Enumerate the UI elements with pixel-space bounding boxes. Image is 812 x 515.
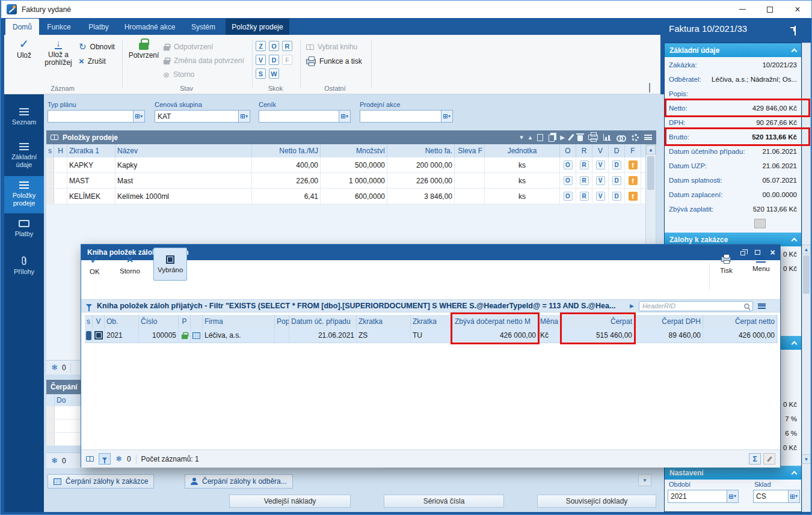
tab-polozky-prodeje[interactable]: Položky prodeje — [226, 19, 289, 35]
collapse-ribbon-icon[interactable] — [649, 84, 650, 93]
cancel-button[interactable]: × Zrušit — [79, 55, 106, 67]
scrollbar-thumb[interactable] — [803, 255, 810, 294]
flag-f-icon[interactable]: f — [629, 176, 638, 185]
change-confirm-date-button[interactable]: Změna data potvrzení — [163, 55, 244, 67]
jump-d-button[interactable]: D — [269, 55, 279, 65]
scroll-down-button[interactable]: ▼ — [638, 474, 651, 486]
unconfirm-button[interactable]: Odpotvrzení — [163, 41, 213, 53]
flag-f-icon[interactable]: f — [629, 192, 638, 201]
jump-s-button[interactable]: S — [256, 69, 266, 79]
delete-trash-icon[interactable] — [577, 135, 583, 141]
caret-down-icon[interactable]: ▾ — [520, 133, 523, 141]
flag-r-icon[interactable]: R — [580, 192, 589, 201]
caret-up-icon[interactable]: ▴ — [529, 133, 532, 141]
jump-z-button[interactable]: Z — [256, 41, 266, 51]
new-document-icon[interactable] — [537, 134, 543, 141]
save-and-view-button[interactable]: ↓ Ulož a prohlížej — [40, 35, 76, 67]
prodejni-akce-combo[interactable] — [360, 110, 453, 123]
expand-panel-icon[interactable] — [795, 26, 796, 35]
obdobi-combo[interactable]: 2021 — [668, 490, 739, 503]
typ-planu-combo[interactable] — [48, 110, 145, 123]
refresh-button[interactable]: ↻ Obnovit — [79, 41, 115, 53]
search-binoculars-icon[interactable] — [617, 135, 626, 141]
flag-v-icon[interactable]: V — [596, 176, 605, 185]
scrollbar-thumb[interactable] — [647, 156, 654, 190]
ok-button[interactable]: ✓ OK — [86, 248, 103, 281]
sidebar-item-polozky-prodeje[interactable]: Položky prodeje — [4, 176, 44, 213]
frozen-rows-icon[interactable]: ❄ — [51, 364, 58, 371]
maximize-button[interactable] — [756, 1, 784, 18]
sidebar-item-prilohy[interactable]: Přílohy — [4, 251, 44, 287]
frozen-rows-icon[interactable]: ❄ — [115, 455, 122, 463]
tab-domu[interactable]: Domů — [5, 19, 39, 35]
tab-hromadne-akce[interactable]: Hromadné akce — [118, 19, 181, 35]
combo-dropdown-icon[interactable] — [441, 111, 452, 122]
jump-o-button[interactable]: O — [269, 41, 279, 51]
print-icon[interactable] — [588, 135, 598, 140]
filter-toggle-button[interactable] — [99, 453, 111, 465]
cerpani-zalohy-zakazka-button[interactable]: Čerpání zálohy k zakázce — [48, 474, 154, 489]
flag-r-icon[interactable]: R — [580, 160, 589, 169]
copy-document-icon[interactable] — [549, 135, 555, 142]
frozen-rows-icon[interactable]: ❄ — [51, 457, 58, 465]
vybrano-toggle-button[interactable]: Vybráno — [153, 248, 187, 281]
detail-icon[interactable]: ▶ — [560, 134, 565, 141]
seriova-cisla-button[interactable]: Sériová čísla — [384, 495, 504, 508]
sidebar-item-zakladni-udaje[interactable]: Základní údaje — [4, 138, 44, 175]
scroll-up-icon[interactable]: ▲ — [646, 145, 656, 154]
filter-funnel-icon[interactable] — [86, 304, 92, 308]
jump-w-button[interactable]: W — [269, 69, 279, 79]
flag-v-icon[interactable]: V — [596, 192, 605, 201]
scroll-up-icon[interactable]: ▲ — [802, 245, 811, 254]
gear-icon[interactable] — [632, 134, 639, 141]
storno-button[interactable]: × Storno — [116, 248, 144, 281]
jump-f-button[interactable]: F — [282, 55, 292, 65]
section-header-nastaveni[interactable]: Nastavení — [665, 466, 801, 480]
expand-filter-icon[interactable]: ▶ — [630, 303, 634, 309]
search-box[interactable] — [639, 301, 753, 311]
combo-dropdown-icon[interactable] — [788, 490, 799, 502]
filter-menu-icon[interactable] — [758, 303, 766, 309]
sklad-combo[interactable]: CS — [753, 490, 800, 503]
storno-button[interactable]: ⊗ Storno — [163, 69, 194, 81]
functions-print-button[interactable]: Funkce a tisk — [306, 55, 362, 67]
cenik-combo[interactable] — [259, 110, 351, 123]
cerpani-zalohy-odberatel-button[interactable]: Čerpání zálohy k odběra... — [185, 474, 293, 489]
table-row[interactable]: KELÍMEK Kelímek 1000ml 6,41 600,0000 3 8… — [46, 189, 645, 204]
flag-v-icon[interactable]: V — [596, 160, 605, 169]
selected-checkbox-icon[interactable] — [94, 331, 103, 340]
combo-dropdown-icon[interactable] — [238, 111, 250, 122]
tab-funkce[interactable]: Funkce — [39, 19, 79, 35]
select-book-button[interactable]: Vybrat knihu — [306, 41, 357, 53]
sum-button[interactable]: Σ — [749, 453, 761, 465]
flag-r-icon[interactable]: R — [580, 176, 589, 185]
minimize-button[interactable] — [728, 1, 756, 18]
flag-d-icon[interactable]: D — [612, 192, 621, 201]
flag-o-icon[interactable]: O — [564, 192, 573, 201]
table-row[interactable]: 2021 100005 Léčiva, a.s. 21.06.2021 ZS T… — [85, 328, 778, 343]
table-row[interactable]: MAST Mast 226,00 1 000,0000 226 000,00 k… — [46, 173, 645, 189]
flag-o-icon[interactable]: O — [564, 160, 573, 169]
items-grid-header[interactable]: s H Zkratka 1 Název Netto fa./MJ Množstv… — [46, 144, 645, 157]
cenova-skupina-combo[interactable]: KAT — [155, 110, 250, 123]
detail-more-button[interactable] — [754, 219, 766, 228]
flag-d-icon[interactable]: D — [612, 176, 621, 185]
combo-dropdown-icon[interactable] — [727, 490, 738, 502]
sidebar-item-seznam[interactable]: Seznam — [4, 103, 44, 136]
sidebar-item-platby[interactable]: Platby — [4, 215, 44, 249]
close-button[interactable]: × — [784, 1, 811, 18]
save-button[interactable]: ✓ Ulož — [9, 35, 39, 59]
confirm-button[interactable]: Potvrzení — [127, 35, 161, 59]
combo-dropdown-icon[interactable] — [133, 111, 144, 122]
edit-pencil-icon[interactable] — [568, 134, 574, 141]
menu-button[interactable]: Menu — [749, 248, 774, 281]
jump-v-button[interactable]: V — [256, 55, 266, 65]
restore-button[interactable] — [735, 245, 750, 260]
tisk-button[interactable]: Tisk — [716, 248, 736, 281]
section-header-zakladni-udaje[interactable]: Základní údaje — [665, 43, 801, 57]
combo-dropdown-icon[interactable] — [339, 111, 350, 122]
vedlejsi-naklady-button[interactable]: Vedlejší náklady — [229, 495, 351, 508]
tab-platby[interactable]: Platby — [79, 19, 118, 35]
chart-icon[interactable] — [603, 134, 611, 141]
columns-book-icon[interactable] — [86, 456, 94, 462]
